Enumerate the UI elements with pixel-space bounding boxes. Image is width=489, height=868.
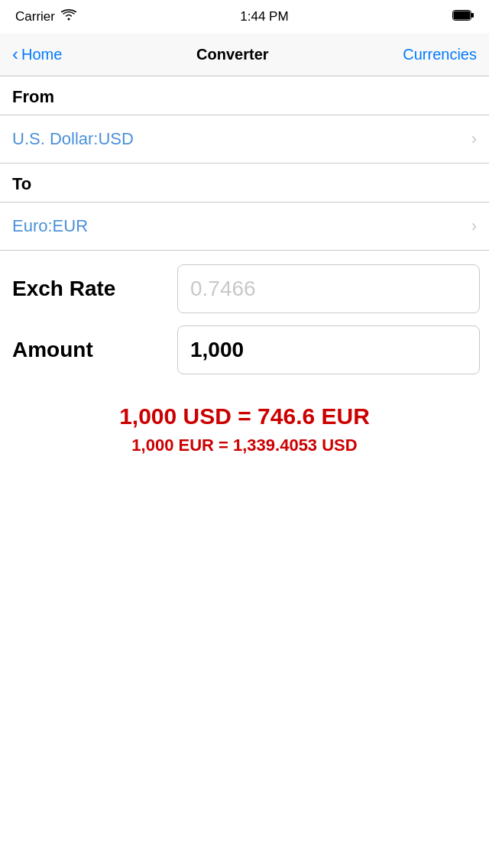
status-bar: Carrier 1:44 PM — [0, 0, 489, 34]
result-primary: 1,000 USD = 746.6 EUR — [12, 403, 477, 429]
result-secondary: 1,000 EUR = 1,339.4053 USD — [12, 436, 477, 455]
nav-back-label[interactable]: Home — [21, 46, 62, 63]
from-currency-row[interactable]: U.S. Dollar:USD › — [0, 115, 489, 163]
svg-rect-3 — [453, 11, 470, 20]
wifi-icon — [61, 9, 76, 24]
result-section: 1,000 USD = 746.6 EUR 1,000 EUR = 1,339.… — [0, 388, 489, 471]
to-label: To — [0, 164, 489, 202]
to-currency-row[interactable]: Euro:EUR › — [0, 202, 489, 250]
svg-rect-2 — [471, 13, 474, 18]
battery-icon — [452, 10, 474, 24]
from-chevron-icon: › — [471, 131, 477, 147]
nav-bar: ‹ Home Converter Currencies — [0, 34, 489, 76]
input-section: Exch Rate Amount — [0, 251, 489, 388]
amount-label: Amount — [12, 338, 165, 362]
nav-currencies-button[interactable]: Currencies — [403, 46, 477, 63]
back-chevron-icon: ‹ — [12, 45, 18, 63]
nav-title: Converter — [196, 46, 268, 63]
exch-rate-input[interactable] — [177, 264, 480, 313]
status-carrier: Carrier — [15, 9, 76, 24]
exch-rate-label: Exch Rate — [12, 277, 165, 301]
to-currency-label: Euro:EUR — [12, 216, 88, 236]
status-time: 1:44 PM — [240, 9, 288, 24]
amount-row: Amount — [12, 326, 477, 374]
exch-rate-row: Exch Rate — [12, 264, 477, 313]
svg-point-0 — [67, 18, 70, 21]
amount-input[interactable] — [177, 326, 480, 374]
from-label: From — [0, 76, 489, 115]
status-right — [452, 10, 474, 24]
content: From U.S. Dollar:USD › To Euro:EUR › Exc… — [0, 76, 489, 471]
to-chevron-icon: › — [471, 218, 477, 235]
carrier-text: Carrier — [15, 9, 55, 24]
nav-back-button[interactable]: ‹ Home — [12, 46, 62, 63]
from-currency-label: U.S. Dollar:USD — [12, 129, 134, 149]
